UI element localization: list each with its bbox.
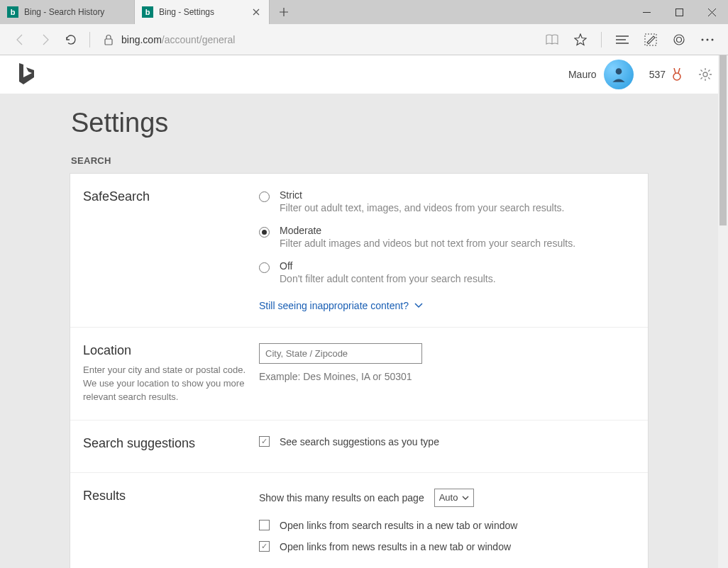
- safesearch-option-off[interactable]: Off Don't filter adult content from your…: [259, 260, 635, 284]
- svg-rect-0: [675, 9, 683, 16]
- suggestions-checkbox[interactable]: See search suggestions as you type: [259, 436, 635, 447]
- tab-title: Bing - Settings: [159, 7, 250, 17]
- settings-gear-icon[interactable]: [698, 67, 712, 82]
- medal-icon: [671, 68, 683, 81]
- avatar: [604, 60, 634, 89]
- suggestions-row: Search suggestions See search suggestion…: [70, 421, 648, 473]
- forward-button[interactable]: [33, 27, 58, 52]
- lock-icon: [96, 27, 121, 52]
- user-name: Mauro: [568, 69, 597, 80]
- safesearch-option-strict[interactable]: Strict Filter out adult text, images, an…: [259, 189, 635, 213]
- page-title: Settings: [71, 108, 649, 138]
- bing-logo-icon[interactable]: [16, 62, 35, 87]
- inappropriate-content-link[interactable]: Still seeing inappropriate content?: [259, 300, 423, 311]
- safesearch-row: SafeSearch Strict Filter out adult text,…: [70, 174, 648, 328]
- radio-icon: [259, 262, 270, 273]
- close-window-button[interactable]: [695, 0, 728, 24]
- page-viewport: Mauro 537 Settings SEARCH: [0, 55, 728, 568]
- url-path: /account/general: [162, 34, 236, 45]
- section-heading: SEARCH: [71, 155, 649, 166]
- suggestions-heading: Search suggestions: [83, 436, 248, 451]
- rewards-points[interactable]: 537: [649, 68, 683, 81]
- user-profile[interactable]: Mauro: [568, 60, 634, 89]
- webnote-icon[interactable]: [637, 27, 664, 52]
- checkbox-icon: [259, 520, 270, 530]
- browser-tab-strip: b Bing - Search History b Bing - Setting…: [0, 0, 728, 24]
- chevron-down-icon: [414, 303, 423, 308]
- site-header: Mauro 537: [0, 55, 728, 94]
- bing-favicon: b: [7, 6, 18, 18]
- location-row: Location Enter your city and state or po…: [70, 328, 648, 421]
- svg-point-5: [702, 38, 704, 40]
- points-value: 537: [649, 69, 666, 80]
- option-title: Strict: [280, 189, 565, 201]
- radio-icon: [259, 191, 270, 202]
- svg-point-4: [677, 37, 682, 42]
- browser-tab-history[interactable]: b Bing - Search History: [0, 0, 135, 24]
- option-desc: Filter out adult text, images, and video…: [280, 202, 565, 213]
- window-controls: [630, 0, 728, 24]
- separator: [601, 32, 602, 48]
- results-per-page-select[interactable]: Auto: [434, 489, 475, 507]
- link-text: Still seeing inappropriate content?: [259, 300, 409, 311]
- maximize-button[interactable]: [663, 0, 695, 24]
- settings-panel: SafeSearch Strict Filter out adult text,…: [70, 173, 649, 568]
- share-icon[interactable]: [666, 27, 693, 52]
- address-bar[interactable]: bing.com/account/general: [121, 34, 235, 45]
- more-icon[interactable]: [694, 27, 721, 52]
- location-input[interactable]: [259, 343, 422, 364]
- results-per-page-label: Show this many results on each page: [259, 492, 424, 503]
- svg-point-9: [673, 73, 680, 80]
- open-news-new-tab-checkbox[interactable]: Open links from news results in a new ta…: [259, 541, 635, 552]
- checkbox-icon: [259, 541, 270, 552]
- svg-rect-2: [645, 34, 656, 45]
- option-title: Off: [280, 260, 496, 272]
- chevron-down-icon: [462, 496, 469, 500]
- hub-icon[interactable]: [609, 27, 636, 52]
- open-search-new-tab-checkbox[interactable]: Open links from search results in a new …: [259, 520, 635, 531]
- option-desc: Don't filter adult content from your sea…: [280, 273, 496, 284]
- back-button[interactable]: [7, 27, 33, 52]
- option-title: Moderate: [280, 225, 575, 236]
- refresh-button[interactable]: [58, 27, 84, 52]
- checkbox-label: Open links from search results in a new …: [280, 520, 517, 531]
- separator: [89, 32, 90, 48]
- svg-point-6: [707, 38, 709, 40]
- browser-toolbar: bing.com/account/general: [0, 24, 728, 55]
- safesearch-option-moderate[interactable]: Moderate Filter adult images and videos …: [259, 225, 635, 249]
- checkbox-label: See search suggestions as you type: [280, 436, 439, 447]
- safesearch-heading: SafeSearch: [83, 189, 248, 204]
- option-desc: Filter adult images and videos but not t…: [280, 238, 575, 249]
- location-example: Example: Des Moines, IA or 50301: [259, 371, 635, 382]
- select-value: Auto: [439, 492, 458, 503]
- svg-point-7: [712, 38, 714, 40]
- results-heading: Results: [83, 489, 248, 503]
- svg-point-3: [674, 35, 684, 45]
- svg-rect-1: [105, 39, 112, 45]
- location-heading: Location: [83, 343, 248, 358]
- radio-icon: [259, 227, 270, 238]
- checkbox-label: Open links from news results in a new ta…: [280, 541, 511, 552]
- bing-favicon: b: [142, 6, 153, 18]
- results-row: Results Show this many results on each p…: [70, 473, 648, 568]
- new-tab-button[interactable]: [270, 0, 298, 24]
- svg-point-10: [703, 72, 707, 77]
- vertical-scrollbar[interactable]: [718, 55, 728, 568]
- svg-point-8: [615, 68, 622, 74]
- minimize-button[interactable]: [630, 0, 663, 24]
- tab-title: Bing - Search History: [24, 7, 127, 17]
- checkbox-icon: [259, 436, 270, 447]
- favorite-star-icon[interactable]: [567, 27, 594, 52]
- scrollbar-thumb[interactable]: [719, 55, 727, 225]
- url-domain: bing.com: [121, 34, 162, 45]
- reading-view-icon[interactable]: [539, 27, 566, 52]
- browser-tab-settings[interactable]: b Bing - Settings: [135, 0, 270, 24]
- location-description: Enter your city and state or postal code…: [83, 364, 248, 404]
- close-tab-icon[interactable]: [250, 9, 262, 16]
